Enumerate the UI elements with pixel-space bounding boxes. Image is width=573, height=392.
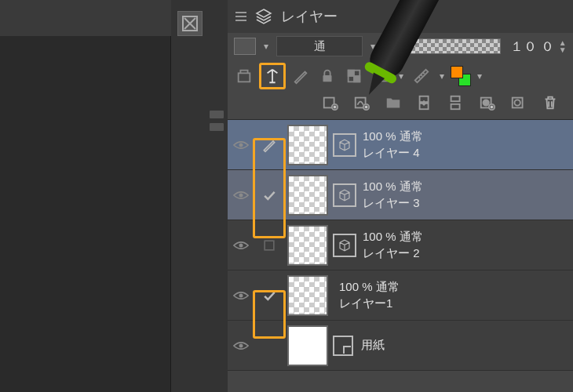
layer-panel-header: レイヤー bbox=[228, 0, 573, 33]
svg-point-20 bbox=[515, 100, 520, 105]
cube-3d-icon bbox=[333, 133, 356, 157]
svg-rect-1 bbox=[239, 73, 250, 82]
svg-point-17 bbox=[484, 100, 489, 105]
svg-point-25 bbox=[239, 293, 243, 297]
svg-point-7 bbox=[378, 73, 383, 78]
clip-mask-icon[interactable] bbox=[232, 64, 256, 88]
visibility-toggle[interactable] bbox=[228, 270, 254, 321]
svg-rect-5 bbox=[354, 76, 359, 82]
chevron-down-icon[interactable]: ▾ bbox=[367, 41, 378, 52]
reference-target-check-icon[interactable] bbox=[256, 274, 283, 318]
visibility-toggle[interactable] bbox=[228, 120, 254, 170]
draft-layer-icon[interactable] bbox=[289, 64, 312, 88]
set-reference-layer-button[interactable] bbox=[259, 63, 286, 89]
chevron-down-icon[interactable]: ▾ bbox=[261, 41, 272, 52]
panel-title: レイヤー bbox=[281, 7, 338, 26]
layer-row[interactable]: 100 % 通常 レイヤー 3 bbox=[228, 170, 573, 220]
svg-rect-4 bbox=[349, 71, 354, 76]
svg-point-26 bbox=[239, 343, 243, 347]
layer-thumbnail[interactable] bbox=[287, 125, 328, 165]
create-mask-button[interactable] bbox=[476, 91, 499, 114]
layer-stack-icon bbox=[254, 7, 273, 26]
svg-rect-15 bbox=[451, 104, 460, 109]
layer-name: レイヤー 3 bbox=[363, 196, 423, 211]
svg-point-22 bbox=[239, 193, 243, 197]
left-sidebar-header bbox=[0, 0, 171, 36]
svg-rect-2 bbox=[323, 75, 332, 82]
chevron-down-icon[interactable]: ▾ bbox=[396, 71, 407, 82]
svg-point-23 bbox=[239, 243, 243, 247]
layer-thumbnail[interactable] bbox=[287, 325, 328, 366]
svg-rect-14 bbox=[451, 96, 460, 101]
reference-target-empty[interactable] bbox=[256, 324, 283, 368]
layer-toolbar: ▾ ▾ ▾ bbox=[228, 60, 573, 119]
new-vector-layer-button[interactable] bbox=[350, 91, 374, 114]
reference-target-pencil-icon[interactable] bbox=[256, 123, 283, 167]
sub-view-empty-icon[interactable] bbox=[177, 11, 203, 36]
layer-row[interactable]: 100 % 通常 レイヤー 4 bbox=[228, 120, 573, 170]
layer-name: レイヤー1 bbox=[339, 296, 400, 311]
left-sidebar bbox=[0, 0, 171, 392]
reference-target-check-icon[interactable] bbox=[256, 173, 283, 217]
layer-thumbnail[interactable] bbox=[287, 275, 328, 316]
svg-point-21 bbox=[239, 143, 243, 147]
blend-opacity-row: ▾ 通 ▾ １０ ０ ▲▼ bbox=[228, 33, 573, 60]
layer-color-swap[interactable] bbox=[451, 66, 471, 86]
transfer-down-button[interactable] bbox=[413, 91, 436, 114]
chevron-down-icon[interactable]: ▾ bbox=[436, 71, 447, 82]
delete-layer-button[interactable] bbox=[538, 91, 562, 114]
visibility-toggle[interactable] bbox=[228, 220, 254, 270]
lock-transparency-icon[interactable] bbox=[342, 64, 366, 88]
apply-mask-button[interactable] bbox=[507, 91, 531, 114]
enable-mask-icon[interactable] bbox=[369, 64, 392, 88]
palette-dock-bottom[interactable] bbox=[209, 122, 224, 132]
layer-opacity-mode: 100 % 通常 bbox=[363, 230, 423, 245]
visibility-toggle[interactable] bbox=[228, 321, 254, 371]
cube-3d-icon bbox=[333, 183, 356, 207]
ruler-visibility-icon[interactable] bbox=[410, 64, 433, 88]
paper-icon bbox=[333, 336, 353, 356]
opacity-value: １０ ０ bbox=[505, 38, 554, 56]
lock-icon[interactable] bbox=[316, 64, 339, 88]
layer-name: 用紙 bbox=[361, 338, 385, 353]
new-raster-layer-button[interactable] bbox=[319, 91, 342, 114]
opacity-slider[interactable] bbox=[383, 38, 501, 54]
panel-menu-icon[interactable] bbox=[235, 12, 246, 21]
layer-row[interactable]: 用紙 bbox=[228, 321, 573, 371]
blend-mode-value: 通 bbox=[314, 39, 326, 54]
reference-target-empty[interactable] bbox=[256, 223, 283, 267]
chevron-down-icon[interactable]: ▾ bbox=[474, 71, 485, 82]
palette-dock-top[interactable] bbox=[209, 110, 224, 119]
merge-down-button[interactable] bbox=[444, 91, 468, 114]
new-folder-button[interactable] bbox=[381, 91, 405, 114]
layer-thumbnail[interactable] bbox=[287, 175, 328, 216]
cube-3d-icon bbox=[333, 234, 356, 257]
blend-mode-select[interactable]: 通 bbox=[276, 36, 363, 56]
layer-name: レイヤー 2 bbox=[363, 246, 423, 261]
visibility-toggle[interactable] bbox=[228, 170, 254, 220]
layer-row[interactable]: 100 % 通常 レイヤー1 bbox=[228, 270, 573, 321]
svg-rect-24 bbox=[265, 241, 274, 250]
layer-opacity-mode: 100 % 通常 bbox=[339, 280, 400, 295]
palette-dock-controls[interactable] bbox=[209, 110, 224, 132]
layer-panel: レイヤー ▾ 通 ▾ １０ ０ ▲▼ bbox=[228, 0, 573, 392]
layer-name: レイヤー 4 bbox=[363, 146, 423, 161]
layer-opacity-mode: 100 % 通常 bbox=[363, 129, 423, 144]
layer-list: 100 % 通常 レイヤー 4 100 % 通常 レイヤー 3 100 % 通常… bbox=[228, 119, 573, 371]
layer-opacity-mode: 100 % 通常 bbox=[363, 180, 423, 194]
layer-thumbnail[interactable] bbox=[287, 225, 328, 266]
layer-color-swatch[interactable] bbox=[234, 38, 256, 55]
opacity-spinner[interactable]: ▲▼ bbox=[559, 39, 567, 53]
layer-row[interactable]: 100 % 通常 レイヤー 2 bbox=[228, 220, 573, 270]
